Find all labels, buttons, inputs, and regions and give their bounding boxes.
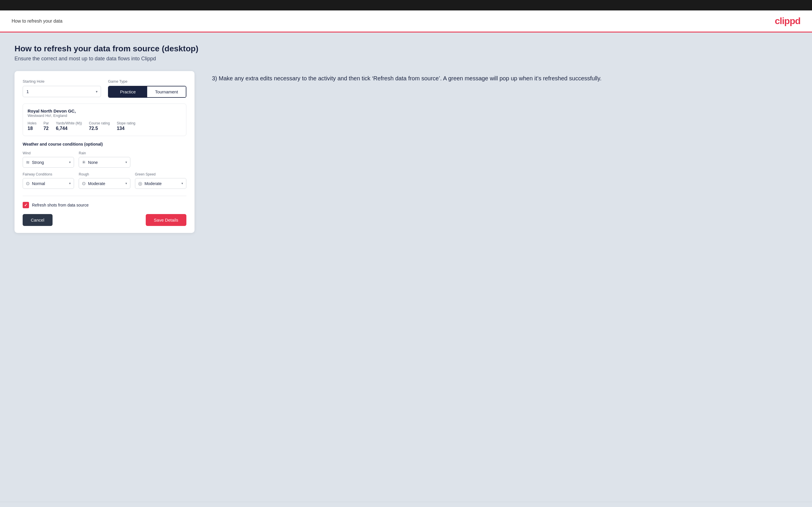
rough-icon: ⊙	[82, 181, 86, 186]
green-speed-group: Green Speed ◎ Moderate ▾	[135, 172, 186, 189]
green-speed-select[interactable]: ◎ Moderate ▾	[135, 178, 186, 189]
main-content: How to refresh your data from source (de…	[0, 33, 812, 502]
rain-icon: ✳	[82, 160, 86, 165]
par-value: 72	[44, 126, 49, 131]
green-speed-icon: ◎	[138, 181, 142, 186]
par-label: Par	[44, 121, 49, 125]
top-form-row: Starting Hole 1 ▾ Game Type Practice Tou…	[22, 79, 186, 98]
yards-label: Yards/White (M))	[56, 121, 82, 125]
rough-label: Rough	[79, 172, 130, 176]
wind-select[interactable]: ≋ Strong ▾	[22, 157, 74, 168]
header-title: How to refresh your data	[12, 18, 62, 24]
tournament-button[interactable]: Tournament	[147, 87, 186, 97]
checkbox-check-icon: ✓	[24, 203, 28, 207]
logo: clippd	[775, 16, 800, 26]
rain-label: Rain	[79, 151, 130, 155]
course-rating-value: 72.5	[89, 126, 110, 131]
wind-label: Wind	[22, 151, 74, 155]
fairway-select[interactable]: ⊙ Normal ▾	[22, 178, 74, 189]
rough-value: Moderate	[88, 181, 119, 186]
course-stats: Holes 18 Par 72 Yards/White (M)) 6,744 C…	[28, 121, 182, 131]
fairway-chevron: ▾	[69, 181, 71, 185]
stat-holes: Holes 18	[28, 121, 37, 131]
rain-group: Rain ✳ None ▾	[79, 151, 130, 168]
rain-value: None	[88, 160, 119, 165]
rough-select[interactable]: ⊙ Moderate ▾	[79, 178, 130, 189]
slope-rating-value: 134	[117, 126, 135, 131]
course-location: Westward Ho!, England	[28, 113, 182, 118]
green-speed-value: Moderate	[145, 181, 175, 186]
rain-chevron: ▾	[125, 160, 127, 164]
stat-par: Par 72	[44, 121, 49, 131]
content-row: Starting Hole 1 ▾ Game Type Practice Tou…	[14, 71, 798, 233]
checkbox-custom[interactable]: ✓	[22, 202, 29, 208]
side-note: 3) Make any extra edits necessary to the…	[212, 71, 798, 83]
fairway-rough-green-row: Fairway Conditions ⊙ Normal ▾ Rough ⊙ Mo…	[22, 172, 186, 189]
holes-label: Holes	[28, 121, 37, 125]
yards-value: 6,744	[56, 126, 82, 131]
fairway-group: Fairway Conditions ⊙ Normal ▾	[22, 172, 74, 189]
weather-section-title: Weather and course conditions (optional)	[22, 142, 186, 147]
refresh-label: Refresh shots from data source	[32, 203, 89, 207]
stat-slope-rating: Slope rating 134	[117, 121, 135, 131]
page-subheading: Ensure the correct and most up to date d…	[14, 56, 798, 62]
page-heading: How to refresh your data from source (de…	[14, 44, 798, 53]
footer: Copyright Clippd 2022	[0, 502, 812, 507]
slope-rating-label: Slope rating	[117, 121, 135, 125]
game-type-group: Game Type Practice Tournament	[108, 79, 186, 98]
rough-chevron: ▾	[125, 181, 127, 185]
starting-hole-label: Starting Hole	[22, 79, 101, 83]
green-speed-label: Green Speed	[135, 172, 186, 176]
top-bar	[0, 0, 812, 10]
starting-hole-select-wrapper[interactable]: 1 ▾	[22, 86, 101, 97]
save-button[interactable]: Save Details	[146, 214, 186, 226]
course-name: Royal North Devon GC,	[28, 109, 182, 113]
button-row: Cancel Save Details	[22, 214, 186, 226]
form-panel: Starting Hole 1 ▾ Game Type Practice Tou…	[14, 71, 195, 233]
header: How to refresh your data clippd	[0, 10, 812, 33]
practice-button[interactable]: Practice	[109, 87, 147, 97]
starting-hole-select[interactable]: 1	[22, 86, 101, 97]
wind-rain-row: Wind ≋ Strong ▾ Rain ✳ None ▾	[22, 151, 186, 168]
wind-value: Strong	[32, 160, 63, 165]
rain-select[interactable]: ✳ None ▾	[79, 157, 130, 168]
fairway-value: Normal	[32, 181, 63, 186]
fairway-label: Fairway Conditions	[22, 172, 74, 176]
stat-course-rating: Course rating 72.5	[89, 121, 110, 131]
rough-group: Rough ⊙ Moderate ▾	[79, 172, 130, 189]
game-type-label: Game Type	[108, 79, 186, 83]
wind-chevron: ▾	[69, 160, 71, 164]
holes-value: 18	[28, 126, 37, 131]
refresh-checkbox-row[interactable]: ✓ Refresh shots from data source	[22, 202, 186, 208]
course-info-box: Royal North Devon GC, Westward Ho!, Engl…	[22, 104, 186, 136]
wind-group: Wind ≋ Strong ▾	[22, 151, 74, 168]
divider	[22, 196, 186, 196]
green-speed-chevron: ▾	[182, 181, 183, 185]
wind-icon: ≋	[26, 160, 30, 165]
fairway-icon: ⊙	[26, 181, 30, 186]
course-rating-label: Course rating	[89, 121, 110, 125]
weather-section: Weather and course conditions (optional)…	[22, 142, 186, 189]
starting-hole-group: Starting Hole 1 ▾	[22, 79, 101, 98]
game-type-toggle: Practice Tournament	[108, 86, 186, 98]
side-note-text: 3) Make any extra edits necessary to the…	[212, 74, 798, 83]
cancel-button[interactable]: Cancel	[22, 214, 53, 226]
stat-yards: Yards/White (M)) 6,744	[56, 121, 82, 131]
